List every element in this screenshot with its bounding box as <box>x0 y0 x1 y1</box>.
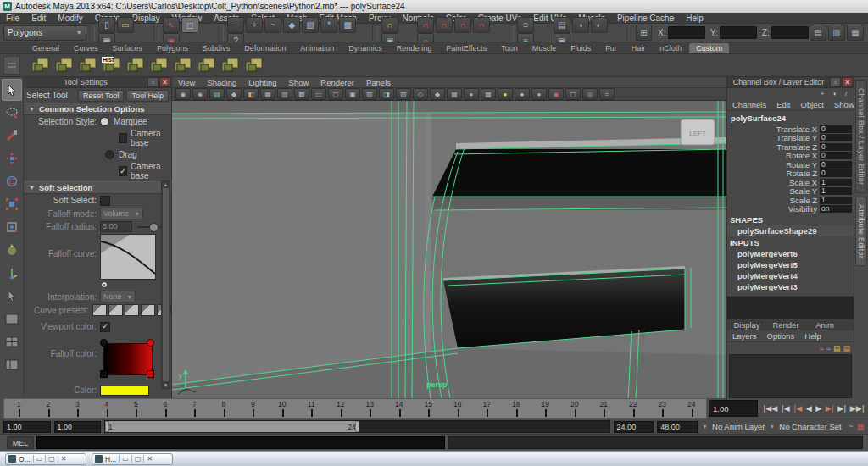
channel-box-menu-item[interactable]: Channels <box>727 100 771 109</box>
sidebar-toggle-icon[interactable]: ▤ <box>810 25 826 41</box>
input-node-name[interactable]: polyMergeVert4 <box>727 270 854 281</box>
viewport-menu-item[interactable]: Shading <box>201 78 242 87</box>
channel-value-field[interactable]: 0 <box>820 125 852 133</box>
shelf-item[interactable] <box>53 56 75 75</box>
close-icon[interactable]: ✕ <box>143 455 153 463</box>
layer-editor-icon[interactable]: ≡ <box>826 344 831 352</box>
toolbar-icon[interactable]: ▩ <box>339 17 356 33</box>
falloff-curve-widget[interactable] <box>100 234 156 289</box>
viewport-toolbar-icon[interactable]: ◧ <box>243 88 259 100</box>
viewport-toolbar-icon[interactable]: ▨ <box>362 88 377 100</box>
x-coord-input[interactable] <box>668 26 705 39</box>
layer-editor-tab[interactable]: Display <box>727 319 766 330</box>
render-icon[interactable]: ▤ <box>554 17 570 33</box>
channel-name[interactable]: Rotate X <box>727 151 820 160</box>
animation-end-field[interactable]: 48.00 <box>657 421 698 433</box>
scale-tool-button[interactable] <box>2 193 22 215</box>
toolbar-icon[interactable]: ~ <box>264 17 281 33</box>
close-icon[interactable]: ✕ <box>58 455 67 463</box>
frame-tick[interactable]: 17 <box>472 399 502 418</box>
shelf-tab[interactable]: Muscle <box>526 43 564 53</box>
channel-name[interactable]: Scale Y <box>727 186 820 196</box>
falloff-mode-dropdown[interactable]: Volume ▼ <box>100 208 143 219</box>
viewport-toolbar-icon[interactable]: ◻ <box>328 88 343 100</box>
tool-settings-vscrollbar[interactable]: ▲▼ <box>161 180 170 389</box>
viewport-toolbar-icon[interactable]: ▦ <box>447 88 462 100</box>
shelf-item[interactable] <box>77 56 98 75</box>
character-set-selector[interactable]: No Character Set <box>779 422 841 431</box>
channel-box-menu-item[interactable]: Edit <box>771 100 795 109</box>
channel-manip-icon[interactable]: ◑ <box>829 89 839 98</box>
chevron-down-icon[interactable]: ▼ <box>769 424 775 430</box>
last-tool-used-button[interactable] <box>2 285 22 307</box>
curve-preset-button[interactable] <box>108 304 123 316</box>
frame-tick[interactable]: 4 <box>92 399 122 418</box>
viewport-toolbar-icon[interactable]: ▩ <box>294 88 309 100</box>
sidebar-toggle-icon[interactable]: ▥ <box>828 25 845 41</box>
channel-value-field[interactable]: 0 <box>820 134 852 141</box>
sidebar-vertical-tab[interactable]: Attribute Editor <box>855 197 867 266</box>
four-pane-layout-button[interactable] <box>2 330 22 352</box>
shelf-item[interactable] <box>243 56 264 75</box>
frame-tick[interactable]: 20 <box>560 399 590 418</box>
ramp-handle-black-square[interactable] <box>100 370 108 378</box>
viewport-color-checkbox[interactable]: ✓ <box>100 322 110 332</box>
snap-mode-icon[interactable]: ⊞ <box>636 25 652 41</box>
playback-button[interactable]: |◀ <box>793 404 802 413</box>
layer-editor-menu-item[interactable]: Options <box>762 331 800 341</box>
curve-preset-button[interactable] <box>141 304 155 316</box>
frame-tick[interactable]: 16 <box>443 399 473 418</box>
show-manipulator-tool-button[interactable] <box>2 262 22 284</box>
shelf-tab[interactable]: Fur <box>598 43 624 53</box>
taskbar-window-button[interactable]: H... ▭ ▢ ✕ <box>92 453 173 465</box>
layer-editor-menu-item[interactable]: Help <box>799 331 826 341</box>
channel-box-menu-item[interactable]: Object <box>796 100 829 109</box>
layer-editor-icon[interactable]: ≡ <box>819 344 823 352</box>
viewport-toolbar-icon[interactable]: ● <box>498 88 513 100</box>
frame-tick[interactable]: 10 <box>268 399 298 418</box>
playback-start-field[interactable]: 1.00 <box>54 421 102 433</box>
input-node-name[interactable]: polyMergeVert6 <box>727 248 854 259</box>
snap-icon[interactable]: ∩ <box>454 17 471 33</box>
playback-range-bar[interactable]: 1 24 <box>105 421 359 432</box>
viewport-toolbar-icon[interactable]: ▩ <box>481 88 496 100</box>
channel-name[interactable]: Translate Y <box>727 133 820 142</box>
layer-editor-tab[interactable]: Anim <box>805 319 844 330</box>
frame-tick[interactable]: 2 <box>34 399 64 418</box>
falloff-radius-field[interactable]: 5.00 <box>100 221 132 232</box>
viewport-toolbar-icon[interactable]: ▣ <box>345 88 360 100</box>
camera-based-checkbox[interactable] <box>119 133 127 143</box>
chevron-down-icon[interactable]: ▼ <box>702 424 708 430</box>
panel-close-icon[interactable]: ✕ <box>159 77 170 87</box>
y-coord-input[interactable] <box>720 26 757 39</box>
viewport-menu-item[interactable]: Panels <box>360 78 397 87</box>
select-tool-button[interactable] <box>2 79 22 101</box>
persp-outliner-layout-button[interactable] <box>2 353 22 375</box>
layer-editor-icon[interactable]: ▤ <box>843 344 850 352</box>
shelf-tab[interactable]: Toon <box>494 43 525 53</box>
shelf-item[interactable] <box>172 56 193 75</box>
minimize-icon[interactable]: ▭ <box>119 455 129 463</box>
command-language-button[interactable]: MEL <box>7 436 34 449</box>
shelf-tab[interactable]: General <box>25 43 66 53</box>
channel-name[interactable]: Visibility <box>727 204 820 214</box>
move-tool-button[interactable] <box>2 147 22 169</box>
viewport-toolbar-icon[interactable]: ▢ <box>565 88 581 100</box>
channel-value-field[interactable]: 0 <box>820 143 852 151</box>
render-icon[interactable]: ◐ <box>591 17 608 33</box>
playback-button[interactable]: ▶▶| <box>850 404 865 413</box>
viewport-toolbar-icon[interactable]: ◇ <box>413 88 428 100</box>
soft-modification-tool-button[interactable] <box>2 239 22 261</box>
channel-value-field[interactable]: 0 <box>820 169 852 177</box>
color-swatch[interactable] <box>100 386 149 396</box>
layer-list[interactable] <box>729 354 852 398</box>
drag-radio[interactable] <box>105 150 114 159</box>
shelf-tab[interactable]: Surfaces <box>106 43 150 53</box>
soft-select-checkbox[interactable] <box>100 196 110 206</box>
input-node-name[interactable]: polyMergeVert5 <box>727 259 854 270</box>
toolbar-icon[interactable]: − <box>227 17 244 33</box>
universal-manipulator-tool-button[interactable] <box>2 216 22 238</box>
menu-item[interactable]: Help <box>680 14 709 23</box>
menu-item[interactable]: File <box>0 14 25 23</box>
channel-manip-icon[interactable]: / <box>841 89 851 98</box>
